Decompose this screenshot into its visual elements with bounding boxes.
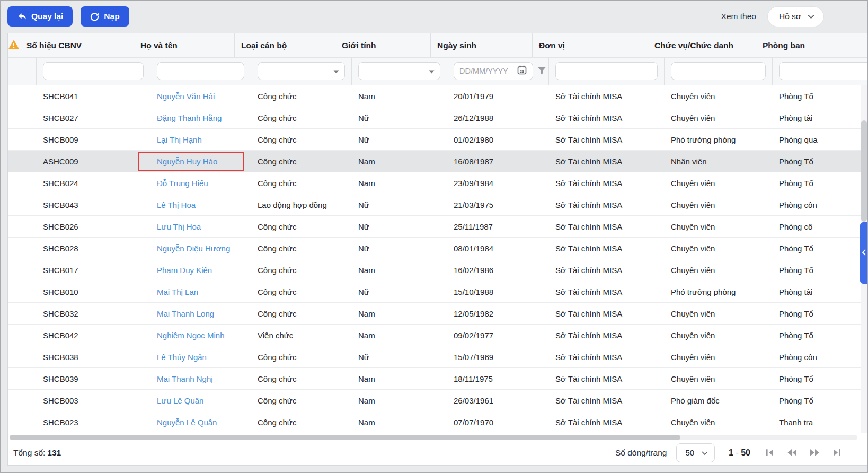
reload-button[interactable]: Nạp xyxy=(81,6,129,27)
cell-name: Lê Thúy Ngân xyxy=(150,346,251,367)
cell-code: SHCB039 xyxy=(37,368,150,389)
employee-name-link[interactable]: Phạm Duy Kiên xyxy=(157,266,212,275)
cell-position: Phó trưởng phòng xyxy=(665,129,773,150)
filter-cell-5: 23 xyxy=(447,58,549,85)
table-row[interactable]: SHCB039Mai Thanh NghịCông chứcNam18/11/1… xyxy=(8,368,868,390)
prev-page-button[interactable] xyxy=(787,449,797,457)
collapse-side-panel-button[interactable] xyxy=(860,222,868,284)
vertical-scrollbar-thumb[interactable] xyxy=(861,120,867,222)
filter-cell-8 xyxy=(773,58,868,85)
column-header-4[interactable]: Giới tính xyxy=(335,33,431,57)
back-button[interactable]: Quay lại xyxy=(7,6,73,27)
table-row[interactable]: SHCB041Nguyễn Văn HảiCông chứcNam20/01/1… xyxy=(8,85,868,107)
cell-position: Chuyên viên xyxy=(665,216,773,237)
filter-text-input[interactable] xyxy=(49,67,138,75)
employee-name-link[interactable]: Mai Thanh Long xyxy=(157,309,214,318)
table-row[interactable]: SHCB042Nghiêm Ngọc MinhViên chứcNam09/02… xyxy=(8,325,868,346)
cell-unit: Sở Tài chính MISA xyxy=(549,325,665,346)
table-row[interactable]: SHCB024Đỗ Trung HiếuCông chứcNam23/09/19… xyxy=(8,172,868,194)
cell-code: SHCB023 xyxy=(37,411,150,433)
date-filter-input[interactable]: 23 xyxy=(454,62,533,80)
filter-input[interactable] xyxy=(555,62,658,80)
table-row[interactable]: SHCB027Đặng Thanh HằngCông chứcNữ26/12/1… xyxy=(8,107,868,129)
employee-name-link[interactable]: Nguyễn Lê Quân xyxy=(157,418,217,427)
employee-name-link[interactable]: Lưu Lê Quân xyxy=(157,396,203,405)
calendar-icon[interactable]: 23 xyxy=(517,65,527,77)
filter-select-value[interactable] xyxy=(263,67,330,75)
employee-name-link[interactable]: Lại Thị Hạnh xyxy=(157,135,202,144)
filter-select-value[interactable] xyxy=(364,67,426,75)
cell-gender: Nam xyxy=(352,368,447,389)
column-header-6[interactable]: Đơn vị xyxy=(533,33,648,57)
table-row[interactable]: SHCB043Lê Thị HoaLao động hợp đồngNữ21/0… xyxy=(8,194,868,216)
table-row[interactable]: SHCB009Lại Thị HạnhCông chứcNữ01/02/1980… xyxy=(8,129,868,151)
cell-warning xyxy=(8,259,37,281)
table-row[interactable]: SHCB010Mai Thị LanCông chứcNữ15/10/1988S… xyxy=(8,281,868,303)
table-row[interactable]: SHCB028Nguyễn Diệu HươngCông chứcNữ08/01… xyxy=(8,238,868,259)
employee-name-link[interactable]: Mai Thanh Nghị xyxy=(157,374,213,383)
cell-type: Công chức xyxy=(251,281,352,302)
table-row[interactable]: SHCB026Lưu Thị HoaCông chứcNữ25/11/1987S… xyxy=(8,216,868,238)
next-page-button[interactable] xyxy=(810,449,820,457)
first-page-button[interactable] xyxy=(765,449,774,457)
table-row[interactable]: SHCB023Nguyễn Lê QuânCông chứcNam07/07/1… xyxy=(8,411,868,433)
horizontal-scrollbar[interactable] xyxy=(10,435,857,440)
rows-per-page-dropdown[interactable]: 50 xyxy=(676,443,715,462)
cell-gender: Nữ xyxy=(352,238,447,259)
employee-name-link[interactable]: Nguyễn Diệu Hương xyxy=(157,244,230,253)
cell-warning xyxy=(8,390,37,411)
filter-funnel-icon[interactable] xyxy=(537,66,546,77)
cell-gender: Nam xyxy=(352,390,447,411)
filter-text-input[interactable] xyxy=(561,67,652,75)
cell-dob: 01/02/1980 xyxy=(447,129,549,150)
filter-input[interactable] xyxy=(779,62,868,80)
date-input[interactable] xyxy=(459,67,513,75)
table-row[interactable]: SHCB038Lê Thúy NgânCông chứcNữ15/07/1969… xyxy=(8,346,868,368)
employee-name-link[interactable]: Đặng Thanh Hằng xyxy=(157,113,222,122)
cell-unit: Sở Tài chính MISA xyxy=(549,107,665,128)
employee-name-link[interactable]: Nghiêm Ngọc Minh xyxy=(157,331,225,340)
column-header-3[interactable]: Loại cán bộ xyxy=(235,33,335,57)
cell-department: Phòng Tổ xyxy=(773,325,868,346)
table-row[interactable]: SHCB003Lưu Lê QuânCông chứcNam26/03/1961… xyxy=(8,390,868,411)
last-page-button[interactable] xyxy=(832,449,842,457)
cell-name: Lưu Lê Quân xyxy=(150,390,251,411)
column-header-2[interactable]: Họ và tên xyxy=(134,33,235,57)
horizontal-scrollbar-thumb[interactable] xyxy=(10,435,680,440)
chevron-down-icon xyxy=(702,448,708,457)
table-row[interactable]: SHCB032Mai Thanh LongCông chứcNam12/05/1… xyxy=(8,303,868,325)
filter-text-input[interactable] xyxy=(163,67,238,75)
employee-name-link[interactable]: Nguyễn Văn Hải xyxy=(157,92,215,101)
cell-dob: 16/02/1986 xyxy=(447,259,549,281)
back-icon xyxy=(17,12,26,21)
filter-input[interactable] xyxy=(43,62,144,80)
employee-name-link[interactable]: Lưu Thị Hoa xyxy=(157,222,201,231)
column-header-7[interactable]: Chức vụ/Chức danh xyxy=(648,33,756,57)
employee-name-link[interactable]: Nguyễn Huy Hảo xyxy=(157,157,217,166)
employee-name-link[interactable]: Lê Thúy Ngân xyxy=(157,353,207,362)
cell-department: Phòng Tổ xyxy=(773,259,868,281)
column-header-1[interactable]: Số hiệu CBNV xyxy=(20,33,134,57)
employee-name-link[interactable]: Mai Thị Lan xyxy=(157,287,198,296)
filter-select[interactable] xyxy=(358,62,440,80)
filter-text-input[interactable] xyxy=(785,67,868,75)
employee-name-link[interactable]: Lê Thị Hoa xyxy=(157,200,196,209)
column-header-5[interactable]: Ngày sinh xyxy=(431,33,533,57)
filter-input[interactable] xyxy=(671,62,766,80)
filter-input[interactable] xyxy=(157,62,244,80)
filter-cell-2 xyxy=(150,58,251,85)
table-footer: Tổng số:131 Số dòng/trang 50 1 - 50 xyxy=(7,440,868,466)
cell-department: Phòng Tổ xyxy=(773,368,868,389)
cell-dob: 25/11/1987 xyxy=(447,216,549,237)
cell-dob: 08/01/1984 xyxy=(447,238,549,259)
table-row[interactable]: SHCB017Phạm Duy KiênCông chứcNam16/02/19… xyxy=(8,259,868,281)
employee-name-link[interactable]: Đỗ Trung Hiếu xyxy=(157,179,208,188)
table-body: SHCB041Nguyễn Văn HảiCông chứcNam20/01/1… xyxy=(8,85,868,433)
filter-text-input[interactable] xyxy=(677,67,760,75)
table-row[interactable]: ASHC009Nguyễn Huy HảoCông chứcNam16/08/1… xyxy=(8,151,868,172)
cell-type: Công chức xyxy=(251,216,352,237)
total-value: 131 xyxy=(47,448,61,457)
view-by-dropdown[interactable]: Hồ sơ xyxy=(768,7,823,27)
column-header-8[interactable]: Phòng ban xyxy=(756,33,868,57)
filter-select[interactable] xyxy=(258,62,345,80)
